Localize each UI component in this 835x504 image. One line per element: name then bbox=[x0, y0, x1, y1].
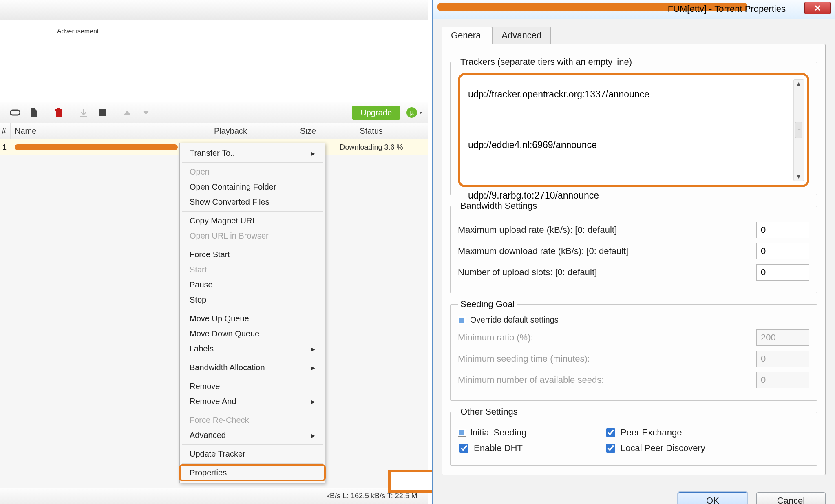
menu-copy-magnet[interactable]: Copy Magnet URI bbox=[180, 213, 325, 228]
advertisement-label: Advertisement bbox=[29, 28, 400, 35]
svg-rect-2 bbox=[99, 109, 106, 116]
context-menu: Transfer To..▶ Open Open Containing Fold… bbox=[179, 143, 325, 483]
menu-separator bbox=[182, 463, 323, 464]
col-num[interactable]: # bbox=[0, 123, 11, 139]
submenu-arrow-icon: ▶ bbox=[311, 398, 315, 405]
menu-force-start[interactable]: Force Start bbox=[180, 247, 325, 262]
max-download-input[interactable] bbox=[756, 243, 809, 259]
add-url-icon[interactable] bbox=[6, 104, 24, 121]
col-status[interactable]: Status bbox=[320, 123, 422, 139]
menu-separator bbox=[182, 162, 323, 163]
submenu-arrow-icon: ▶ bbox=[311, 150, 315, 157]
scroll-thumb[interactable]: ≡ bbox=[795, 122, 802, 138]
min-seed-time-input bbox=[756, 351, 809, 367]
local-peer-discovery-checkbox[interactable] bbox=[606, 444, 615, 453]
connection-status-icon[interactable]: µ bbox=[406, 107, 417, 118]
main-titlebar[interactable] bbox=[0, 0, 428, 20]
seeding-legend: Seeding Goal bbox=[458, 299, 517, 309]
group-seeding-goal: Seeding Goal Override default settings M… bbox=[450, 299, 817, 401]
move-down-icon[interactable] bbox=[137, 104, 155, 121]
menu-move-down[interactable]: Move Down Queue bbox=[180, 326, 325, 341]
torrent-properties-dialog: FUM[ettv] - Torrent Properties ✕ General… bbox=[432, 0, 835, 504]
menu-remove-and[interactable]: Remove And▶ bbox=[180, 394, 325, 409]
group-trackers: Trackers (separate tiers with an empty l… bbox=[450, 57, 817, 195]
menu-advanced[interactable]: Advanced▶ bbox=[180, 428, 325, 443]
initial-seeding-label: Initial Seeding bbox=[470, 427, 526, 438]
max-download-label: Maximum download rate (kB/s): [0: defaul… bbox=[458, 246, 628, 256]
peer-exchange-checkbox[interactable] bbox=[606, 428, 615, 437]
min-seed-time-label: Minimum seeding time (minutes): bbox=[458, 354, 590, 364]
trackers-text[interactable]: udp://tracker.opentrackr.org:1337/announ… bbox=[468, 82, 789, 208]
advertisement-panel: Advertisement bbox=[0, 20, 428, 102]
menu-move-up[interactable]: Move Up Queue bbox=[180, 311, 325, 326]
toolbar-separator bbox=[71, 107, 71, 118]
start-icon[interactable] bbox=[75, 104, 93, 121]
enable-dht-label: Enable DHT bbox=[474, 443, 523, 453]
scroll-down-icon[interactable]: ▼ bbox=[796, 173, 802, 180]
remove-icon[interactable] bbox=[50, 104, 68, 121]
add-file-icon[interactable] bbox=[25, 104, 43, 121]
max-upload-input[interactable] bbox=[756, 222, 809, 238]
grid-header: # Name Playback Size Status bbox=[0, 123, 428, 139]
other-legend: Other Settings bbox=[458, 407, 520, 417]
group-other-settings: Other Settings Initial Seeding Peer Exch… bbox=[450, 407, 817, 466]
override-checkbox[interactable] bbox=[458, 316, 466, 324]
min-available-seeds-label: Minimum number of available seeds: bbox=[458, 375, 604, 385]
cell-num: 1 bbox=[0, 139, 11, 155]
status-bar: kB/s L: 162.5 kB/s T: 22.5 M bbox=[0, 488, 428, 504]
menu-remove[interactable]: Remove bbox=[180, 379, 325, 394]
upgrade-button[interactable]: Upgrade bbox=[352, 106, 400, 120]
menu-update-tracker[interactable]: Update Tracker bbox=[180, 447, 325, 462]
menu-bandwidth-allocation[interactable]: Bandwidth Allocation▶ bbox=[180, 360, 325, 375]
scrollbar[interactable]: ▲ ≡ ▼ bbox=[793, 79, 804, 181]
upload-slots-label: Number of upload slots: [0: default] bbox=[458, 267, 597, 278]
menu-stop[interactable]: Stop bbox=[180, 292, 325, 307]
min-ratio-input bbox=[756, 329, 809, 346]
cancel-button[interactable]: Cancel bbox=[756, 492, 826, 504]
menu-open[interactable]: Open bbox=[180, 164, 325, 179]
dialog-title: FUM[ettv] - Torrent Properties bbox=[668, 4, 786, 14]
menu-force-recheck[interactable]: Force Re-Check bbox=[180, 413, 325, 428]
menu-pause[interactable]: Pause bbox=[180, 277, 325, 292]
tab-bar: General Advanced bbox=[442, 27, 826, 44]
submenu-arrow-icon: ▶ bbox=[311, 346, 315, 352]
ok-button[interactable]: OK bbox=[678, 492, 747, 504]
redacted-name-icon bbox=[15, 144, 178, 150]
tab-panel-general: Trackers (separate tiers with an empty l… bbox=[442, 44, 826, 475]
trackers-textbox[interactable]: udp://tracker.opentrackr.org:1337/announ… bbox=[458, 73, 809, 187]
move-up-icon[interactable] bbox=[118, 104, 136, 121]
menu-transfer-to[interactable]: Transfer To..▶ bbox=[180, 146, 325, 161]
menu-properties[interactable]: Properties bbox=[180, 465, 325, 480]
dialog-button-row: OK Cancel bbox=[433, 484, 835, 504]
menu-show-converted[interactable]: Show Converted Files bbox=[180, 195, 325, 210]
initial-seeding-option[interactable]: Initial Seeding bbox=[458, 427, 580, 438]
enable-dht-checkbox[interactable] bbox=[459, 444, 468, 453]
menu-separator bbox=[182, 358, 323, 358]
menu-labels[interactable]: Labels▶ bbox=[180, 341, 325, 356]
tab-advanced[interactable]: Advanced bbox=[492, 27, 551, 44]
tab-general[interactable]: General bbox=[442, 27, 492, 44]
cell-status: Downloading 3.6 % bbox=[320, 139, 422, 155]
toolbar: Upgrade µ ▾ bbox=[0, 102, 428, 123]
menu-start[interactable]: Start bbox=[180, 262, 325, 277]
menu-separator bbox=[182, 411, 323, 411]
menu-separator bbox=[182, 444, 323, 445]
close-button[interactable]: ✕ bbox=[804, 2, 831, 14]
scroll-up-icon[interactable]: ▲ bbox=[796, 80, 802, 87]
peer-exchange-label: Peer Exchange bbox=[621, 427, 682, 438]
menu-separator bbox=[182, 377, 323, 377]
local-peer-discovery-option[interactable]: Local Peer Discovery bbox=[605, 442, 727, 454]
col-size[interactable]: Size bbox=[263, 123, 320, 139]
col-playback[interactable]: Playback bbox=[198, 123, 263, 139]
stop-icon[interactable] bbox=[93, 104, 111, 121]
peer-exchange-option[interactable]: Peer Exchange bbox=[605, 427, 727, 438]
upload-slots-input[interactable] bbox=[756, 264, 809, 281]
enable-dht-option[interactable]: Enable DHT bbox=[458, 442, 580, 454]
status-dropdown-icon[interactable]: ▾ bbox=[420, 110, 422, 115]
menu-open-containing[interactable]: Open Containing Folder bbox=[180, 179, 325, 195]
dialog-titlebar[interactable]: FUM[ettv] - Torrent Properties ✕ bbox=[433, 0, 835, 19]
toolbar-separator bbox=[115, 107, 115, 118]
col-name[interactable]: Name bbox=[11, 123, 198, 139]
initial-seeding-checkbox[interactable] bbox=[458, 429, 466, 437]
menu-open-url[interactable]: Open URL in Browser bbox=[180, 228, 325, 243]
